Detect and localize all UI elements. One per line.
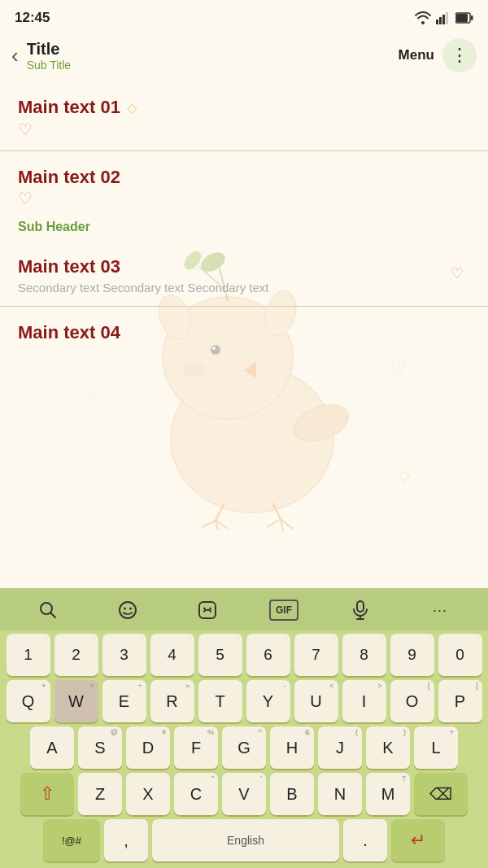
enter-key[interactable]: ↵	[391, 819, 445, 861]
period-key[interactable]: .	[343, 819, 387, 861]
svg-line-24	[267, 519, 281, 527]
shift-key[interactable]: ⇧	[20, 773, 74, 815]
key-g[interactable]: ^G	[222, 726, 266, 769]
keyboard-toolbar: GIF ···	[0, 588, 488, 630]
diamond-icon: ◇	[127, 100, 137, 116]
svg-rect-2	[442, 15, 445, 24]
keyboard-zxcv-row: ⇧ Z X "C 'V B N ?M ⌫	[3, 773, 485, 815]
key-9[interactable]: 9	[390, 634, 434, 676]
key-3[interactable]: 3	[102, 634, 146, 676]
key-4[interactable]: 4	[150, 634, 194, 676]
more-options-button[interactable]: ⋮	[442, 38, 477, 72]
key-o[interactable]: [O	[390, 680, 434, 722]
svg-line-23	[272, 503, 281, 519]
gif-label: GIF	[276, 604, 292, 616]
back-button[interactable]: ‹	[11, 43, 19, 68]
svg-rect-3	[446, 12, 448, 24]
search-tool-button[interactable]	[30, 595, 66, 625]
key-q[interactable]: +Q	[7, 680, 50, 722]
key-n[interactable]: N	[318, 773, 362, 815]
key-e[interactable]: ÷E	[102, 680, 146, 722]
svg-rect-6	[471, 15, 473, 20]
key-w[interactable]: ×W	[54, 680, 98, 722]
key-1[interactable]: 1	[7, 634, 50, 676]
keyboard-qwerty-row: +Q ×W ÷E =R T -Y <U >I [O ]P	[3, 680, 485, 722]
svg-line-21	[216, 521, 218, 530]
heart-icon-1: ♡	[18, 120, 33, 138]
key-m[interactable]: ?M	[366, 773, 410, 815]
key-v[interactable]: 'V	[222, 773, 266, 815]
key-8[interactable]: 8	[342, 634, 386, 676]
gif-tool-button[interactable]: GIF	[269, 600, 298, 621]
key-s[interactable]: @S	[78, 726, 122, 769]
key-z[interactable]: Z	[78, 773, 122, 815]
svg-point-35	[124, 608, 126, 610]
symbols-key[interactable]: !@#	[43, 819, 100, 861]
svg-point-7	[171, 366, 333, 513]
list-item[interactable]: Main text 03 Secondary text Secondary te…	[0, 241, 488, 307]
key-a[interactable]: A	[30, 726, 74, 769]
key-0[interactable]: 0	[438, 634, 482, 676]
battery-icon	[455, 12, 473, 24]
mic-tool-button[interactable]	[342, 595, 378, 625]
more-tool-button[interactable]: ···	[422, 595, 458, 625]
list-item[interactable]: Main text 01 ◇ ♡	[0, 81, 488, 151]
svg-point-36	[129, 608, 132, 610]
wifi-icon	[415, 11, 431, 24]
key-x[interactable]: X	[126, 773, 170, 815]
app-bar-titles: Title Sub Title	[27, 39, 399, 72]
menu-button[interactable]: Menu	[399, 47, 434, 63]
signal-icon	[436, 11, 451, 24]
svg-rect-40	[357, 601, 364, 612]
key-u[interactable]: <U	[294, 680, 338, 722]
key-5[interactable]: 5	[198, 634, 242, 676]
sticker-tool-button[interactable]	[190, 595, 225, 625]
backspace-key[interactable]: ⌫	[414, 773, 468, 815]
keyboard: 1 2 3 4 5 6 7 8 9 0 +Q ×W ÷E =R T -Y <U …	[0, 630, 488, 868]
svg-point-38	[203, 608, 206, 610]
key-i[interactable]: >I	[342, 680, 386, 722]
svg-line-20	[202, 521, 216, 527]
status-time: 12:45	[15, 10, 50, 26]
key-h[interactable]: &H	[270, 726, 314, 769]
comma-key[interactable]: ,	[104, 819, 148, 861]
key-j[interactable]: (J	[318, 726, 362, 769]
key-l[interactable]: +L	[414, 726, 458, 769]
svg-rect-1	[439, 17, 442, 24]
list-item-main-text: Main text 04	[18, 322, 120, 342]
spacebar[interactable]: English	[152, 819, 339, 861]
app-bar-title: Title	[27, 39, 399, 59]
list-item-main-text: Main text 01	[18, 96, 120, 120]
key-r[interactable]: =R	[150, 680, 194, 722]
key-p[interactable]: ]P	[438, 680, 482, 722]
svg-line-19	[216, 504, 224, 521]
svg-point-34	[120, 602, 136, 618]
key-y[interactable]: -Y	[246, 680, 290, 722]
key-b[interactable]: B	[270, 773, 314, 815]
svg-point-39	[209, 608, 211, 610]
svg-text:♡: ♡	[390, 358, 407, 378]
svg-line-33	[51, 613, 56, 618]
key-f[interactable]: %F	[174, 726, 218, 769]
status-icons	[415, 11, 473, 24]
app-bar-subtitle: Sub Title	[27, 59, 399, 72]
svg-point-31	[184, 364, 207, 377]
key-2[interactable]: 2	[54, 634, 98, 676]
list-item[interactable]: Main text 04	[0, 307, 488, 356]
list-item-main-text: Main text 02	[18, 166, 120, 190]
key-d[interactable]: #D	[126, 726, 170, 769]
content-area: ♡ ♡ ♡ ◇ Main text 01 ◇ ♡ Main text 02	[0, 81, 488, 588]
svg-point-18	[289, 398, 353, 448]
key-c[interactable]: "C	[174, 773, 218, 815]
keyboard-bottom-row: !@# , English . ↵	[3, 819, 485, 861]
emoji-tool-button[interactable]	[110, 595, 146, 625]
key-7[interactable]: 7	[294, 634, 338, 676]
key-6[interactable]: 6	[246, 634, 290, 676]
key-k[interactable]: )K	[366, 726, 410, 769]
svg-line-26	[281, 519, 293, 529]
app-bar-actions: Menu ⋮	[399, 38, 477, 72]
key-t[interactable]: T	[198, 680, 242, 722]
more-dots-icon: ⋮	[451, 45, 469, 66]
svg-rect-0	[436, 20, 438, 24]
list-item[interactable]: Main text 02 ♡	[0, 151, 488, 212]
